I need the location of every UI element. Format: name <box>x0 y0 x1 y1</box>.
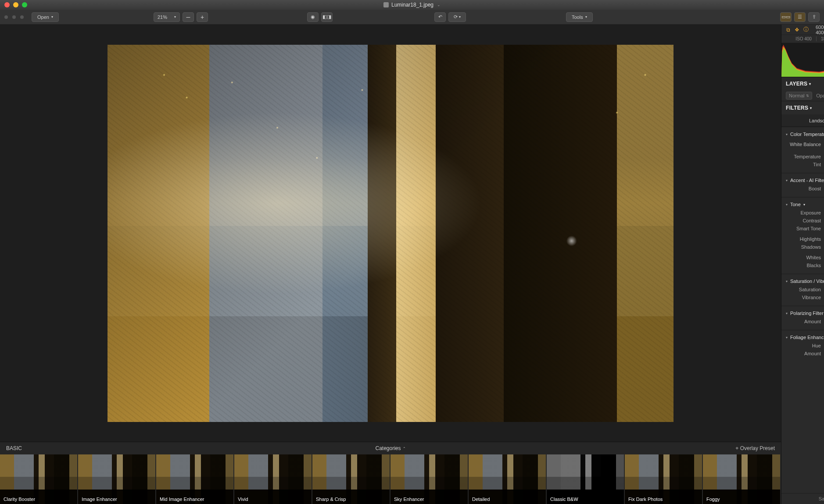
slider-label: Amount <box>781 319 824 324</box>
chevron-down-icon: ▾ <box>174 15 176 19</box>
filter-group-accent-ai[interactable]: ▾ Accent - AI Filter ▾ <box>781 176 824 185</box>
chevron-down-icon: ▾ <box>786 179 788 182</box>
preset-label: Sharp & Crisp <box>316 497 346 502</box>
sliders-icon: ☰ <box>798 14 802 20</box>
chevron-down-icon: ▾ <box>459 15 461 19</box>
group-title: Polarizing Filter <box>790 311 824 316</box>
filter-group-polarizing[interactable]: ▾ Polarizing Filter ▾ <box>781 309 824 318</box>
slider-label: Whites <box>781 255 824 260</box>
plus-icon: + <box>201 14 204 21</box>
filter-group-foliage[interactable]: ▾ Foliage Enhancer ▾ <box>781 333 824 342</box>
minimize-window-button[interactable] <box>13 2 18 7</box>
chevron-up-icon: ⌃ <box>403 447 406 450</box>
preset-label: Clarity Booster <box>4 497 35 502</box>
filters-header[interactable]: FILTERS▾ Add Filters <box>781 101 824 114</box>
main-toolbar: Open ▾ 21% ▾ – + ◉ ◧◨ ↶ ⟳ ▾ Tools ▾ ▭▭ ☰… <box>0 10 824 25</box>
presets-bar: BASIC Categories ⌃ + Overlay Preset Clar… <box>0 442 781 504</box>
share-icon: ⇪ <box>812 14 816 20</box>
preset-strip[interactable]: Clarity BoosterImage EnhancerMid Image E… <box>0 454 781 504</box>
export-button[interactable]: ⇪ <box>808 12 820 22</box>
document-image[interactable] <box>107 45 674 422</box>
history-dropdown[interactable]: ⟳ ▾ <box>448 12 466 22</box>
document-icon <box>383 2 389 7</box>
blend-mode-dropdown[interactable]: Normal ⇅ <box>786 92 812 100</box>
layers-icon[interactable]: ❖ <box>795 26 800 33</box>
chevron-down-icon: ▾ <box>786 279 788 283</box>
preset-thumbnail[interactable]: Vivid <box>234 454 312 504</box>
side-panel-toggle[interactable]: ☰ <box>794 12 806 22</box>
chevron-down-icon: ⌄ <box>437 3 441 7</box>
preset-thumbnail[interactable]: Sky Enhancer <box>391 454 468 504</box>
preset-thumbnail[interactable]: Classic B&W <box>547 454 624 504</box>
chevron-down-icon: ▾ <box>585 15 587 19</box>
zoom-out-button[interactable]: – <box>183 12 194 22</box>
canvas-viewport[interactable] <box>0 25 781 442</box>
preset-thumbnail[interactable]: Foggy <box>703 454 780 504</box>
preview-toggle-button[interactable]: ◉ <box>307 12 319 22</box>
tools-dropdown[interactable]: Tools ▾ <box>566 12 593 22</box>
save-filters-preset-button[interactable]: Save Filters Preset <box>781 493 824 504</box>
zoom-in-button[interactable]: + <box>197 12 208 22</box>
chevron-down-icon: ▾ <box>786 311 788 315</box>
preset-label: Classic B&W <box>550 497 578 502</box>
filter-category-label: Landscape <box>809 118 824 123</box>
preset-label: Foggy <box>706 497 720 502</box>
zoom-dropdown[interactable]: 21% ▾ <box>154 12 180 22</box>
eye-icon: ◉ <box>311 14 315 20</box>
preset-thumbnail[interactable]: Clarity Booster <box>0 454 77 504</box>
filter-group-color-temperature[interactable]: ▾ Color Temperature ▾ <box>781 130 824 139</box>
document-title[interactable]: Luminar18_1.jpeg ⌄ <box>383 2 441 8</box>
preset-thumbnail[interactable]: Fix Dark Photos <box>625 454 702 504</box>
slider-label: Tint <box>781 162 824 167</box>
compare-icon: ◧◨ <box>322 14 331 20</box>
histogram[interactable] <box>781 43 824 77</box>
status-dot <box>20 15 24 19</box>
slider-label: Vibrance <box>781 295 824 300</box>
slider-label: Exposure <box>781 210 824 215</box>
slider-label: Smart Tone <box>781 226 824 231</box>
history-icon: ⟳ <box>454 14 458 20</box>
histogram-icon[interactable]: ⧉ <box>786 26 791 33</box>
undo-icon: ↶ <box>438 14 442 20</box>
preset-thumbnail[interactable]: Sharp & Crisp <box>312 454 390 504</box>
filter-group-saturation-vibrance[interactable]: ▾ Saturation / Vibrance ▾ <box>781 277 824 286</box>
group-title: Tone <box>790 202 801 207</box>
preset-label: Mid Image Enhancer <box>160 497 204 502</box>
overlay-preset-button[interactable]: + Overlay Preset <box>735 445 775 451</box>
status-dot <box>12 15 16 19</box>
chevron-down-icon: ▾ <box>51 15 53 19</box>
chevron-down-icon: ▾ <box>810 106 812 110</box>
compare-view-button[interactable]: ◧◨ <box>321 12 333 22</box>
info-icon[interactable]: ⓘ <box>803 26 809 33</box>
chevron-down-icon: ▾ <box>786 336 788 340</box>
zoom-value: 21% <box>158 14 167 20</box>
filter-category-dropdown[interactable]: Landscape ▾ <box>781 114 824 127</box>
filters-heading: FILTERS <box>786 105 808 111</box>
chevron-down-icon: ▾ <box>786 132 788 136</box>
preset-label: Image Enhancer <box>82 497 117 502</box>
filter-group-tone[interactable]: ▾ Tone ▾ <box>781 200 824 209</box>
layers-header[interactable]: LAYERS▾ – + <box>781 77 824 90</box>
blend-mode-value: Normal <box>789 93 804 98</box>
close-window-button[interactable] <box>4 2 10 7</box>
preset-thumbnail[interactable]: Image Enhancer <box>78 454 155 504</box>
preset-thumbnail[interactable]: Detailed <box>469 454 546 504</box>
slider-label: Contrast <box>781 218 824 223</box>
chevron-down-icon: ▾ <box>809 82 811 86</box>
zoom-window-button[interactable] <box>22 2 27 7</box>
group-title: Accent - AI Filter <box>790 178 824 183</box>
categories-dropdown[interactable]: Categories ⌃ <box>375 445 405 451</box>
status-dot <box>4 15 8 19</box>
chevron-down-icon: ▾ <box>803 203 805 207</box>
slider-label: Boost <box>781 186 824 191</box>
filename-label: Luminar18_1.jpeg <box>391 2 433 8</box>
presets-panel-toggle[interactable]: ▭▭ <box>780 12 792 22</box>
presets-heading: BASIC <box>6 445 22 451</box>
slider-label: Shadows <box>781 244 824 250</box>
undo-button[interactable]: ↶ <box>434 12 446 22</box>
slider-label: Highlights <box>781 236 824 242</box>
preset-label: Vivid <box>238 497 248 502</box>
preset-thumbnail[interactable]: Mid Image Enhancer <box>156 454 233 504</box>
chevron-down-icon: ▾ <box>786 203 788 207</box>
open-button[interactable]: Open ▾ <box>32 12 59 22</box>
